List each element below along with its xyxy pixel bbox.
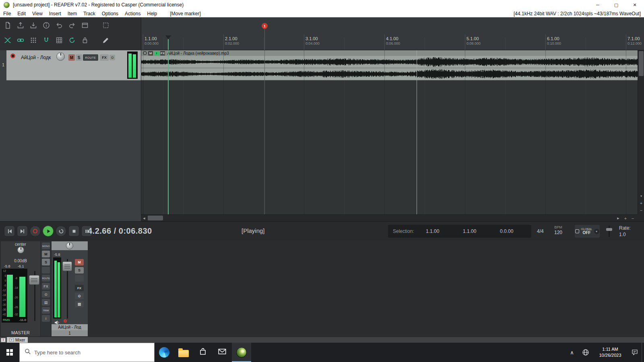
undo-button[interactable] [54, 20, 64, 31]
menu-options[interactable]: Options [99, 11, 122, 16]
stop-button[interactable] [68, 226, 79, 237]
audio-device-status[interactable]: [44.1kHz 24bit WAV : 2/2ch 1024spls ~43/… [514, 11, 644, 16]
play-button[interactable] [43, 226, 54, 237]
item-grouping-button[interactable] [29, 35, 38, 45]
new-project-button[interactable] [3, 20, 12, 31]
vertical-scroll-thumb[interactable] [639, 51, 644, 76]
zoom-in-vertical-button[interactable]: + [638, 200, 644, 206]
pan-mode-icon[interactable] [42, 267, 50, 274]
scroll-right-button[interactable]: ▶ [615, 215, 621, 222]
item-fx-button[interactable]: FX [160, 51, 165, 56]
horizontal-scroll-thumb[interactable] [148, 216, 163, 220]
menu-actions[interactable]: Actions [122, 11, 144, 16]
record-arm-button[interactable] [10, 53, 15, 58]
track-mute-button[interactable]: M [68, 54, 75, 61]
close-button[interactable]: ✕ [625, 0, 644, 10]
bpm-value[interactable]: 120 [549, 230, 568, 235]
mixer-docker-tab[interactable]: × Mixer [7, 337, 28, 343]
lock-toggle-button[interactable] [80, 35, 90, 45]
zoom-out-button[interactable]: − [630, 215, 636, 222]
selection-box[interactable]: Selection: 1.1.00 1.1.00 0.0.00 [388, 225, 531, 238]
network-globe-icon[interactable] [579, 343, 592, 362]
snap-toggle-button[interactable] [41, 35, 51, 45]
mixer-track-fader-handle[interactable] [62, 261, 72, 271]
edit-cursor-handle[interactable] [165, 35, 171, 39]
start-button[interactable] [0, 343, 19, 362]
master-pan-knob[interactable] [17, 247, 24, 253]
arrange-view[interactable]: M i FX АйЦой - Лодка (нейрокавер).mp3 [141, 50, 644, 214]
grid-toggle-button[interactable] [54, 35, 64, 45]
mono-button[interactable]: MONO [42, 243, 50, 249]
global-dropdown-icon[interactable]: ▾ [594, 229, 599, 234]
taskbar-edge-icon[interactable] [155, 343, 174, 362]
time-signature[interactable]: 4/4 [537, 228, 544, 234]
mixer-track-pan-knob[interactable] [66, 242, 73, 249]
menu-move-marker[interactable]: [Move marker] [167, 11, 204, 16]
mixer-solo-button[interactable]: S [75, 267, 84, 274]
menu-help[interactable]: Help [144, 11, 160, 16]
taskbar-clock[interactable]: 1:11 AM 10/26/2023 [592, 346, 628, 358]
trim-button[interactable]: TRIM [42, 307, 50, 314]
repeat-button[interactable] [56, 226, 66, 237]
selection-end[interactable]: 1.1.00 [451, 228, 488, 234]
track-fx-button[interactable]: FX [100, 54, 109, 61]
go-to-start-button[interactable] [4, 226, 15, 237]
marquee-select-button[interactable] [101, 20, 111, 31]
show-desktop-button[interactable] [642, 343, 644, 362]
tray-chevron-icon[interactable]: ∧ [565, 343, 579, 362]
taskbar-reaper-icon[interactable] [232, 343, 251, 362]
mixer-fx-button[interactable]: FX [75, 285, 84, 291]
selection-start[interactable]: 1.1.00 [414, 228, 451, 234]
horizontal-scrollbar[interactable]: ◀ ▶ + − [141, 214, 638, 221]
playrate-box[interactable]: Rate: 1.0 [619, 225, 631, 238]
search-input[interactable] [34, 350, 139, 356]
pencil-tool-button[interactable] [101, 35, 111, 45]
open-project-button[interactable] [16, 20, 25, 31]
menu-track[interactable]: Track [80, 11, 99, 16]
docker-close-icon[interactable]: × [10, 338, 14, 342]
mixer-env-button[interactable]: ▥ [75, 301, 84, 307]
taskbar-store-icon[interactable] [193, 343, 213, 362]
track-fx-enable-button[interactable]: ⊙ [109, 55, 115, 60]
menu-edit[interactable]: Edit [14, 11, 29, 16]
menu-item[interactable]: Item [64, 11, 80, 16]
bpm-box[interactable]: BPM 120 [549, 225, 568, 235]
util-route-button[interactable]: ROUTE [42, 275, 50, 282]
rate-slider-handle[interactable] [606, 228, 612, 231]
track-height-button[interactable]: ▾ [638, 193, 644, 199]
media-explorer-button[interactable] [80, 20, 90, 31]
envelope-mode-button[interactable] [3, 35, 12, 45]
selection-length[interactable]: 0.0.00 [488, 228, 525, 234]
taskbar-explorer-icon[interactable] [174, 343, 193, 362]
menu-insert[interactable]: Insert [46, 11, 64, 16]
taskbar-search[interactable] [19, 343, 155, 362]
warning-icon[interactable]: ! [1, 338, 6, 342]
item-mute-button[interactable]: M [148, 51, 153, 56]
project-settings-button[interactable] [41, 20, 51, 31]
item-link-button[interactable] [16, 35, 25, 45]
record-button[interactable] [30, 226, 41, 237]
maximize-button[interactable]: ▢ [607, 0, 625, 10]
master-gain-value[interactable]: 0.00dB [1, 259, 40, 263]
taskbar-mail-icon[interactable] [213, 343, 232, 362]
timeline-ruler[interactable]: 1.1.000:00.000 2.1.000:02.000 3.1.000:04… [141, 17, 644, 50]
info-button[interactable]: i [42, 315, 50, 322]
mixer-record-arm-button[interactable] [64, 319, 67, 323]
track-route-button[interactable]: ROUTE [83, 54, 98, 61]
mixer-fx-enable-button[interactable]: ⊙ [75, 293, 84, 299]
global-automation-button[interactable]: GLOBAL OFF ▾ [575, 225, 600, 238]
project-marker-1[interactable]: 1 [262, 23, 268, 29]
track-control-panel[interactable]: АйЦой - Лодк M S ROUTE FX ⊙ [6, 50, 141, 80]
ripple-edit-button[interactable] [67, 35, 77, 45]
save-project-button[interactable] [29, 20, 38, 31]
master-fader-handle[interactable] [29, 275, 39, 285]
util-fx-enable-button[interactable]: ⊙ [42, 291, 50, 298]
action-center-icon[interactable] [628, 343, 642, 362]
scroll-left-button[interactable]: ◀ [141, 215, 147, 222]
item-lock-icon[interactable] [143, 51, 147, 55]
transport-position[interactable]: 4.2.66 / 0:06.830 [88, 226, 152, 236]
go-to-end-button[interactable] [17, 226, 28, 237]
menu-view[interactable]: View [29, 11, 46, 16]
zoom-out-vertical-button[interactable]: − [638, 207, 644, 214]
rate-value[interactable]: 1.0 [619, 231, 631, 238]
